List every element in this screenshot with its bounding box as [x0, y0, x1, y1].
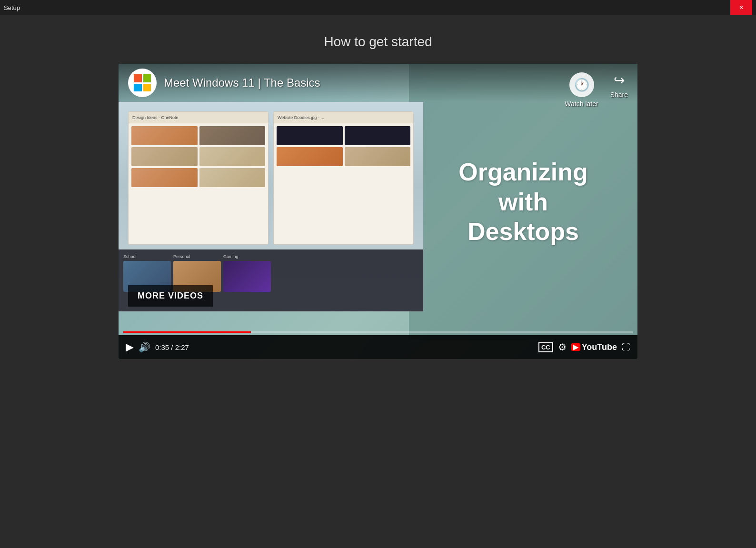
windows-background: Design Ideas - OneNote	[119, 102, 423, 311]
thumb-light-1	[345, 147, 411, 166]
youtube-icon: ▶	[571, 343, 580, 351]
thumb-1	[131, 126, 198, 145]
logo-q3	[134, 84, 142, 92]
taskbar-label-school: School	[123, 254, 137, 259]
progress-fill	[123, 331, 251, 333]
thumb-6	[199, 168, 266, 187]
time-display: 0:35 / 2:27	[155, 343, 189, 351]
progress-area[interactable]	[119, 331, 637, 335]
top-right-controls: 🕐 Watch later ↪ Share	[565, 72, 628, 108]
more-videos-button[interactable]: MORE VIDEOS	[128, 285, 213, 307]
title-bar: Setup ✕	[0, 0, 756, 15]
watch-later-group: 🕐 Watch later	[565, 72, 598, 108]
fullscreen-button[interactable]: ⛶	[622, 342, 630, 352]
taskbar-label-personal: Personal	[173, 254, 190, 259]
thumb-4	[199, 147, 266, 166]
taskbar-label-gaming: Gaming	[223, 254, 239, 259]
share-label: Share	[610, 91, 628, 99]
watch-later-button[interactable]: 🕐	[569, 72, 594, 97]
screen-content: Design Ideas - OneNote	[119, 102, 423, 311]
organizing-text: OrganizingwithDesktops	[449, 148, 597, 256]
youtube-logo[interactable]: ▶ YouTube	[571, 342, 617, 352]
app-window-header-2: Website Doodles.jpg - ...	[274, 112, 413, 123]
volume-button[interactable]: 🔊	[139, 341, 150, 353]
logo-q1	[134, 74, 142, 82]
share-group: ↪ Share	[610, 72, 628, 99]
window-content-1	[129, 123, 268, 190]
channel-logo	[128, 69, 157, 97]
settings-button[interactable]: ⚙	[558, 341, 567, 353]
main-content: How to get started Meet Windows 11 | The…	[0, 15, 756, 548]
controls-bar: ▶ 🔊 0:35 / 2:27 CC ⚙ ▶ YouTube ⛶	[119, 335, 637, 359]
watch-later-label: Watch later	[565, 100, 598, 108]
thumb-5	[131, 168, 198, 187]
logo-q4	[143, 84, 151, 92]
video-channel-title: Meet Windows 11 | The Basics	[164, 76, 320, 90]
app-window-header-1: Design Ideas - OneNote	[129, 112, 268, 123]
title-bar-text: Setup	[4, 4, 20, 11]
thumb-dark-1	[277, 126, 343, 145]
close-button[interactable]: ✕	[730, 0, 752, 15]
taskbar-section-gaming: Gaming	[223, 254, 271, 292]
thumb-2	[199, 126, 266, 145]
taskbar-thumb-gaming[interactable]	[223, 261, 271, 292]
app-windows: Design Ideas - OneNote	[128, 111, 414, 245]
windows-logo-icon	[134, 74, 151, 91]
youtube-text: YouTube	[582, 342, 617, 352]
video-left-area: Design Ideas - OneNote	[119, 102, 423, 311]
thumb-3	[131, 147, 198, 166]
video-main-area[interactable]: Meet Windows 11 | The Basics 🕐 Watch lat…	[119, 64, 637, 359]
page-title: How to get started	[324, 34, 432, 50]
window-content-2	[274, 123, 413, 169]
thumb-dark-2	[345, 126, 411, 145]
app-window-onenote: Design Ideas - OneNote	[128, 111, 269, 245]
captions-button[interactable]: CC	[538, 342, 553, 352]
progress-track[interactable]	[123, 331, 633, 333]
logo-q2	[143, 74, 151, 82]
thumb-orange-1	[277, 147, 343, 166]
share-icon[interactable]: ↪	[614, 72, 625, 88]
app-window-website: Website Doodles.jpg - ...	[273, 111, 414, 245]
video-player: Meet Windows 11 | The Basics 🕐 Watch lat…	[119, 64, 637, 359]
play-button[interactable]: ▶	[126, 341, 134, 353]
video-top-bar: Meet Windows 11 | The Basics	[119, 64, 637, 102]
